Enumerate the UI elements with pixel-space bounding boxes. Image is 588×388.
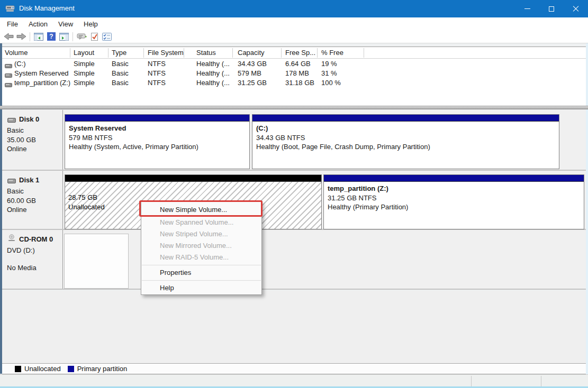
disk-management-icon — [5, 4, 15, 15]
menu-action[interactable]: Action — [23, 19, 53, 30]
disk0-size: 35.00 GB — [7, 135, 36, 145]
primary-partition-strip — [324, 175, 584, 182]
toolbar: ? — [0, 30, 588, 43]
column-header-free-space[interactable]: Free Sp... — [285, 49, 315, 57]
unallocated-legend-label: Unallocated — [24, 365, 61, 373]
help-icon[interactable]: ? — [46, 32, 57, 41]
volume-list: Volume Layout Type File System Status Ca… — [2, 47, 586, 106]
cdrom-state: No Media — [7, 264, 37, 272]
disk0-header[interactable]: Disk 0 Basic 35.00 GB Online — [2, 110, 63, 170]
title-bar: Disk Management — [0, 0, 588, 17]
menu-bar: File Action View Help — [0, 17, 588, 30]
disk0-type: Basic — [7, 126, 36, 135]
console-frame-right-edge — [586, 43, 588, 374]
menu-file[interactable]: File — [2, 19, 23, 30]
column-header-type[interactable]: Type — [112, 49, 126, 57]
cdrom-row: CD-ROM 0 DVD (D:) No Media — [2, 230, 586, 290]
unallocated-size: 28.75 GB — [68, 193, 321, 202]
diskview-empty-area — [2, 291, 586, 363]
back-icon[interactable] — [3, 32, 14, 41]
volume-row-temp-partition[interactable]: temp_partition (Z:) Simple Basic NTFS He… — [2, 78, 586, 88]
menu-help[interactable]: Help — [78, 19, 103, 30]
column-header-status[interactable]: Status — [196, 49, 216, 57]
maximize-icon — [549, 6, 554, 12]
minimize-icon — [524, 8, 530, 9]
legend-bar: Unallocated Primary partition — [2, 363, 586, 374]
minimize-button[interactable] — [515, 0, 539, 17]
close-button[interactable] — [564, 0, 588, 17]
unallocated-legend-swatch — [15, 366, 21, 372]
partition-temp[interactable]: temp_partition (Z:) 31.25 GB NTFS Health… — [323, 174, 584, 229]
column-header-volume[interactable]: Volume — [5, 49, 28, 57]
partition-system-reserved[interactable]: System Reserved 579 MB NTFS Healthy (Sys… — [65, 114, 250, 169]
disk-icon — [7, 116, 16, 124]
column-header-pct-free[interactable]: % Free — [321, 49, 343, 57]
show-console-tree-icon[interactable] — [33, 32, 44, 41]
column-header-layout[interactable]: Layout — [74, 49, 94, 57]
cdrom-header[interactable]: CD-ROM 0 DVD (D:) No Media — [2, 230, 63, 289]
toolbar-separator — [30, 32, 30, 41]
disk1-header[interactable]: Disk 1 Basic 60.00 GB Online — [2, 171, 63, 229]
menu-separator — [142, 280, 261, 281]
maximize-button[interactable] — [539, 0, 564, 17]
scan-check-icon[interactable] — [89, 32, 99, 41]
context-menu: New Simple Volume... New Spanned Volume.… — [141, 201, 262, 295]
primary-partition-legend-swatch — [68, 366, 74, 372]
disk1-type: Basic — [7, 187, 36, 196]
menu-item-new-spanned-volume: New Spanned Volume... — [141, 217, 261, 228]
menu-item-new-simple-volume[interactable]: New Simple Volume... — [141, 202, 261, 217]
disk-icon — [7, 177, 16, 185]
cdrom-type: DVD (D:) — [7, 246, 35, 255]
status-bar — [0, 374, 588, 386]
volume-row-c[interactable]: (C:) Simple Basic NTFS Healthy (... 34.4… — [2, 59, 586, 69]
popup-window-icon[interactable] — [76, 32, 87, 41]
primary-partition-legend-label: Primary partition — [77, 365, 128, 373]
cdrom-media-region[interactable] — [64, 234, 129, 289]
cd-rom-icon — [7, 234, 16, 243]
window-title: Disk Management — [19, 4, 75, 12]
menu-item-new-striped-volume: New Striped Volume... — [141, 228, 261, 240]
disk-management-window: Disk Management File Action View Help ? — [0, 0, 588, 388]
menu-item-new-mirrored-volume: New Mirrored Volume... — [141, 240, 261, 252]
volume-list-header: Volume Layout Type File System Status Ca… — [2, 47, 586, 59]
column-header-capacity[interactable]: Capacity — [238, 49, 265, 57]
column-header-file-system[interactable]: File System — [148, 49, 184, 57]
close-icon — [573, 6, 579, 12]
primary-partition-strip — [252, 115, 559, 122]
volume-icon — [5, 81, 12, 89]
forward-icon[interactable] — [16, 32, 26, 41]
disk0-row: Disk 0 Basic 35.00 GB Online System Rese… — [2, 110, 586, 171]
menu-separator — [142, 265, 261, 265]
partition-c[interactable]: (C:) 34.43 GB NTFS Healthy (Boot, Page F… — [252, 114, 559, 169]
menu-item-properties[interactable]: Properties — [141, 267, 261, 279]
show-action-pane-icon[interactable] — [59, 32, 69, 41]
toolbar-separator — [73, 32, 73, 41]
disk0-state: Online — [7, 144, 36, 154]
menu-view[interactable]: View — [53, 19, 78, 30]
primary-partition-strip — [65, 115, 249, 122]
unallocated-strip — [65, 175, 321, 182]
disk1-state: Online — [7, 205, 36, 215]
checklist-icon[interactable] — [102, 32, 112, 41]
disk1-row: Disk 1 Basic 60.00 GB Online 28.75 GB Un… — [2, 171, 586, 230]
pane-splitter[interactable] — [0, 106, 588, 109]
menu-item-new-raid5-volume: New RAID-5 Volume... — [141, 252, 261, 263]
menu-item-help[interactable]: Help — [141, 282, 261, 294]
volume-row-system-reserved[interactable]: System Reserved Simple Basic NTFS Health… — [2, 69, 586, 78]
disk1-size: 60.00 GB — [7, 196, 36, 206]
